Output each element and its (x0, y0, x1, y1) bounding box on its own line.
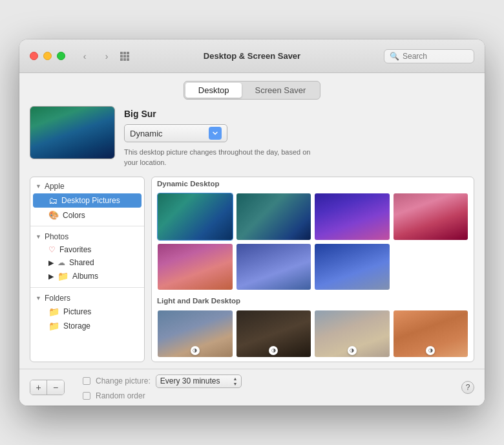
chevron-down-icon-3: ▼ (36, 295, 41, 301)
sidebar-controls: + − (30, 380, 65, 395)
light-dark-thumbnails-grid: ◑ ◑ ◑ ◑ (152, 306, 474, 361)
tab-desktop[interactable]: Desktop (185, 83, 242, 98)
bottom-options: Change picture: Every 30 minutes ▲ ▼ Ran… (83, 374, 448, 400)
minimize-button[interactable] (43, 52, 52, 60)
thumbnail-dyn3[interactable] (314, 193, 390, 240)
svg-rect-7 (123, 58, 126, 61)
svg-rect-8 (127, 58, 129, 61)
preview-image (30, 106, 115, 159)
sidebar-divider-2 (30, 287, 144, 288)
sidebar-shared-label: Shared (69, 258, 94, 267)
sidebar-item-favorites[interactable]: ♡ Favorites (30, 243, 144, 256)
thumbnail-dyn2[interactable] (236, 193, 312, 240)
maximize-button[interactable] (57, 52, 65, 60)
stepper-arrows: ▲ ▼ (233, 376, 237, 386)
ld-indicator-1: ◑ (191, 346, 200, 355)
folder-icon-3: 📁 (48, 307, 59, 317)
ld-indicator-3: ◑ (348, 346, 357, 355)
sidebar-section-apple: ▼ Apple 🗂 Desktop Pictures 🎨 Colors (30, 177, 144, 224)
sidebar-storage-label: Storage (63, 321, 90, 331)
sidebar-item-colors[interactable]: 🎨 Colors (30, 208, 144, 222)
help-button[interactable]: ? (461, 381, 474, 394)
sidebar-item-storage[interactable]: 📁 Storage (30, 319, 144, 333)
svg-rect-5 (127, 55, 129, 58)
sidebar-item-desktop-pictures[interactable]: 🗂 Desktop Pictures (33, 193, 142, 208)
search-box[interactable]: 🔍 (384, 49, 474, 63)
chevron-down-icon-2: ▼ (36, 233, 41, 240)
sidebar-group-folders[interactable]: ▼ Folders (30, 292, 144, 305)
thumbnail-ld4[interactable]: ◑ (393, 310, 469, 357)
light-dark-title: Light and Dark Desktop (152, 294, 474, 306)
thumbnail-dyn1[interactable] (157, 193, 233, 240)
change-picture-row: Change picture: Every 30 minutes ▲ ▼ (83, 374, 448, 388)
nav-buttons: ‹ › (76, 50, 116, 63)
add-button[interactable]: + (30, 380, 47, 395)
interval-select[interactable]: Every 30 minutes ▲ ▼ (156, 374, 242, 388)
chevron-down-icon: ▼ (36, 183, 41, 190)
sidebar-photos-label: Photos (45, 232, 68, 241)
thumbnail-dyn6[interactable] (236, 243, 312, 290)
forward-button[interactable]: › (98, 50, 116, 63)
colors-icon: 🎨 (48, 210, 59, 220)
window: ‹ › Desktop & Screen Saver 🔍 Deskto (19, 39, 485, 405)
svg-rect-2 (127, 52, 129, 54)
sidebar-favorites-label: Favorites (59, 245, 91, 254)
sidebar-item-albums[interactable]: ▶ 📁 Albums (30, 269, 144, 283)
dynamic-thumbnails-grid (152, 189, 474, 294)
remove-button[interactable]: − (47, 380, 64, 395)
thumbnail-dyn4[interactable] (393, 193, 469, 240)
sidebar-group-apple[interactable]: ▼ Apple (30, 180, 144, 193)
window-title: Desktop & Screen Saver (204, 51, 300, 61)
svg-rect-3 (120, 55, 123, 58)
change-picture-label: Change picture: (96, 376, 151, 385)
preview-info: Big Sur Dynamic This desktop picture cha… (124, 106, 324, 168)
thumbnail-ld2[interactable]: ◑ (236, 310, 312, 357)
folder-icon-4: 📁 (48, 321, 59, 331)
traffic-lights (30, 52, 65, 60)
stepper-up-icon: ▲ (233, 376, 237, 381)
dynamic-select[interactable]: Dynamic (124, 124, 227, 142)
ld-indicator-2: ◑ (269, 346, 278, 355)
tab-bar: Desktop Screen Saver (19, 73, 485, 106)
random-order-checkbox[interactable] (83, 392, 90, 400)
preview-description: This desktop picture changes throughout … (124, 147, 324, 168)
folder-icon: 🗂 (48, 195, 58, 206)
sidebar-apple-label: Apple (45, 182, 65, 191)
sidebar-item-shared[interactable]: ▶ ☁ Shared (30, 256, 144, 269)
thumbnail-ld1[interactable]: ◑ (157, 310, 233, 357)
change-picture-checkbox[interactable] (83, 377, 90, 385)
sidebar-item-pictures[interactable]: 📁 Pictures (30, 305, 144, 319)
select-arrow-icon (209, 127, 222, 140)
sidebar-albums-label: Albums (72, 272, 98, 281)
tab-group: Desktop Screen Saver (184, 81, 320, 100)
svg-rect-0 (120, 52, 123, 54)
search-input[interactable] (403, 52, 468, 61)
svg-rect-1 (123, 52, 126, 54)
titlebar: ‹ › Desktop & Screen Saver 🔍 (19, 39, 485, 73)
sidebar-folders-label: Folders (45, 294, 70, 303)
heart-icon: ♡ (48, 245, 56, 254)
bottom-bar: + − Change picture: Every 30 minutes ▲ ▼… (19, 369, 485, 406)
thumbnail-ld3[interactable]: ◑ (314, 310, 390, 357)
interval-value: Every 30 minutes (160, 376, 220, 385)
tab-screen-saver[interactable]: Screen Saver (242, 83, 319, 98)
sidebar-group-photos[interactable]: ▼ Photos (30, 230, 144, 243)
sidebar: ▼ Apple 🗂 Desktop Pictures 🎨 Colors ▼ Ph… (30, 177, 145, 362)
sidebar-desktop-pictures-label: Desktop Pictures (61, 196, 120, 205)
svg-rect-6 (120, 58, 123, 61)
thumbnail-dyn7[interactable] (314, 243, 390, 290)
sidebar-section-folders: ▼ Folders 📁 Pictures 📁 Storage (30, 289, 144, 336)
thumbnail-dyn5[interactable] (157, 243, 233, 290)
close-button[interactable] (30, 52, 38, 60)
main-body: ▼ Apple 🗂 Desktop Pictures 🎨 Colors ▼ Ph… (19, 177, 485, 368)
back-button[interactable]: ‹ (76, 50, 94, 63)
sidebar-divider-1 (30, 226, 144, 226)
grid-icon[interactable] (120, 51, 130, 61)
dropdown-row: Dynamic (124, 124, 324, 142)
stepper-down-icon: ▼ (233, 382, 237, 386)
search-icon: 🔍 (390, 52, 399, 61)
panel-right: Dynamic Desktop Light and Dark Desktop ◑ (151, 177, 474, 362)
sidebar-colors-label: Colors (63, 211, 85, 220)
chevron-right-icon-2: ▶ (48, 272, 54, 281)
sidebar-section-photos: ▼ Photos ♡ Favorites ▶ ☁ Shared ▶ 📁 Albu… (30, 228, 144, 286)
